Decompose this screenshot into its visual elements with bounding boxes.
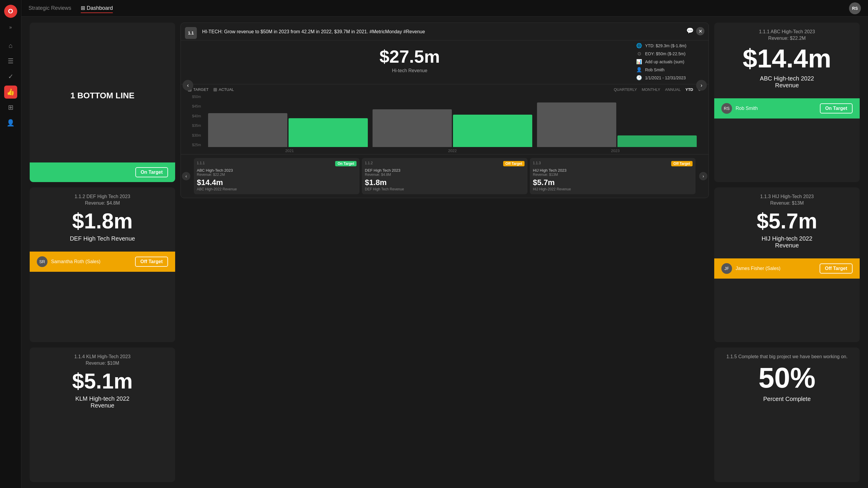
rob-avatar: RS (721, 103, 732, 114)
def-label: DEF High Tech Revenue (37, 235, 168, 242)
bar-group-2022 (373, 95, 532, 147)
modal-container: ✕ ‹ › 1.1 💬 HI-TECH: Grow revenue to $50… (181, 23, 709, 198)
hij-card: 1.1.3 HIJ High-Tech 2023Revenue: $13M $5… (714, 188, 860, 342)
def-status-badge: Off Target (135, 257, 168, 267)
annual-btn[interactable]: ANNUAL (665, 87, 681, 92)
modal-close-button[interactable]: ✕ (696, 27, 705, 35)
sidebar-item-home[interactable]: ⌂ (4, 39, 17, 52)
bar-group-2023 (537, 95, 697, 147)
subtable-111-num: 1.1.1 (197, 161, 205, 166)
hij-card-header: 1.1.3 HIJ High-Tech 2023Revenue: $13M (721, 193, 852, 207)
james-name: James Fisher (Sales) (736, 266, 816, 271)
subtable-112-value: $1.8m (365, 178, 525, 187)
sidebar-item-people[interactable]: 👤 (4, 116, 17, 130)
nav-strategic-reviews[interactable]: Strategic Reviews (29, 4, 71, 12)
user-avatar[interactable]: RS (849, 2, 861, 14)
subtable-111-value: $14.4m (197, 178, 356, 187)
detail-eoy: ⊙ EOY: $50m ($-22.5m) (636, 51, 702, 56)
samantha-avatar: SR (37, 256, 48, 267)
rob-name: Rob Smith (736, 106, 816, 111)
subtable-112-num: 1.1.2 (365, 161, 373, 166)
nav-dashboard[interactable]: ⊞ Dashboard (81, 4, 113, 13)
chart-section: TARGET ACTUAL QUARTERLY MONTHLY ANNUAL Y (181, 84, 709, 154)
subtable-item-111: 1.1.1 On Target ABC High-Tech 2023 Reven… (194, 158, 360, 194)
subtable-111-status: On Target (335, 161, 356, 166)
sidebar-item-check[interactable]: ✓ (4, 70, 17, 83)
chat-icon[interactable]: 💬 (686, 27, 694, 34)
subtable-item-113: 1.1.3 Off Target HIJ High Tech 2023 Reve… (530, 158, 695, 194)
bottom-line-title: 1 BOTTOM LINE (64, 73, 141, 112)
complete-project-header: 1.1.5 Complete that big project we have … (721, 353, 852, 360)
subtable-item-112: 1.1.2 Off Target DEF High Tech 2023 Reve… (362, 158, 528, 194)
abc-card-header: 1.1.1 ABC High-Tech 2023Revenue: $22.2M (721, 29, 852, 42)
subtable-111-label: ABC High-2022 Revenue (197, 187, 356, 191)
subtable-113-status: Off Target (671, 161, 692, 166)
abc-footer: RS Rob Smith On Target (714, 98, 860, 118)
sidebar-item-list[interactable]: ☰ (4, 55, 17, 68)
legend-actual: ACTUAL (213, 87, 234, 92)
subtable-113-label: HIJ High-2022 Revenue (533, 187, 692, 191)
abc-value: $14.4m (721, 46, 852, 71)
bar-2023-target (537, 103, 616, 147)
modal-main-value: $27.5m (188, 43, 631, 68)
james-avatar: JF (721, 263, 732, 274)
bar-2022-target (373, 109, 452, 147)
bottom-line-card: 1 BOTTOM LINE On Target (30, 23, 175, 182)
app-header: Strategic Reviews ⊞ Dashboard RS (21, 0, 868, 17)
chart-controls: TARGET ACTUAL QUARTERLY MONTHLY ANNUAL Y (188, 87, 702, 92)
modal-column: ✕ ‹ › 1.1 💬 HI-TECH: Grow revenue to $50… (181, 23, 709, 482)
dashboard-icon: ⊞ (81, 5, 85, 11)
subtable-next[interactable]: › (699, 172, 707, 180)
actual-legend-dot (213, 88, 217, 91)
def-card-header: 1.1.2 DEF High Tech 2023Revenue: $4.8M (37, 193, 168, 207)
subtable-113-header: 1.1.3 Off Target (533, 161, 692, 166)
modal-details: 🌐 YTD: $29.3m ($-1.8m) ⊙ EOY: $50m ($-22… (636, 43, 702, 81)
subtable-section: ‹ 1.1.1 On Target ABC High-Tech 2023 Rev… (181, 154, 709, 198)
modal-value-section: $27.5m Hi-tech Revenue 🌐 YTD: $29.3m ($-… (181, 40, 709, 84)
y-axis: $50m $45m $40m $35m $30m $25m (188, 95, 203, 154)
sidebar-item-table[interactable]: ⊞ (4, 101, 17, 114)
def-footer: SR Samantha Roth (Sales) Off Target (30, 252, 175, 272)
globe-icon: 🌐 (636, 43, 642, 49)
hij-value: $5.7m (721, 210, 852, 232)
bar-groups (203, 95, 702, 147)
subtable-113-value: $5.7m (533, 178, 692, 187)
bars-container: 2021 2022 2023 (203, 95, 702, 154)
chart-legend: TARGET ACTUAL (188, 87, 234, 92)
modal-prev-button[interactable]: ‹ (183, 80, 193, 91)
subtable-111-header: 1.1.1 On Target (197, 161, 356, 166)
ytd-btn[interactable]: YTD (685, 87, 693, 92)
klm-card: 1.1.4 KLM High-Tech 2023Revenue: $10M $5… (30, 347, 175, 482)
person-icon: 👤 (636, 67, 642, 73)
sidebar-item-thumbs[interactable]: 👍 (4, 86, 17, 98)
complete-project-label: Percent Complete (721, 396, 852, 402)
detail-ytd: 🌐 YTD: $29.3m ($-1.8m) (636, 43, 702, 49)
subtable-112-status: Off Target (503, 161, 525, 166)
expand-icon[interactable]: » (6, 23, 16, 32)
subtable-items: 1.1.1 On Target ABC High-Tech 2023 Reven… (194, 158, 695, 194)
klm-value: $5.1m (37, 370, 168, 392)
subtable-113-name: HIJ High Tech 2023 (533, 168, 692, 173)
subtable-prev[interactable]: ‹ (182, 172, 190, 180)
hij-footer: JF James Fisher (Sales) Off Target (714, 258, 860, 279)
clock-icon: 🕐 (636, 75, 642, 81)
app-logo[interactable]: O (4, 5, 17, 18)
chart-icon: 📊 (636, 59, 642, 64)
def-value: $1.8m (37, 210, 168, 232)
modal-next-button[interactable]: › (696, 80, 707, 91)
subtable-112-label: DEF High Tech Revenue (365, 187, 525, 191)
abc-card: 1.1.1 ABC High-Tech 2023Revenue: $22.2M … (714, 23, 860, 182)
monthly-btn[interactable]: MONTHLY (642, 87, 660, 92)
subtable-112-rev: Revenue: $4.8M (365, 173, 525, 177)
abc-label: ABC High-tech 2022Revenue (721, 75, 852, 89)
detail-user: 👤 Rob Smith (636, 67, 702, 73)
subtable-111-rev: Revenue: $22.2M (197, 173, 356, 177)
main-content: Strategic Reviews ⊞ Dashboard RS 1 BOTTO… (21, 0, 868, 488)
on-target-badge: On Target (135, 167, 168, 177)
quarterly-btn[interactable]: QUARTERLY (614, 87, 637, 92)
subtable-113-rev: Revenue: $13M (533, 173, 692, 177)
modal-title: HI-TECH: Grow revenue to $50M in 2023 fr… (202, 28, 693, 35)
x-labels: 2021 2022 2023 (203, 147, 702, 154)
bar-2021-target (208, 113, 287, 147)
bar-2023-actual (617, 136, 697, 147)
